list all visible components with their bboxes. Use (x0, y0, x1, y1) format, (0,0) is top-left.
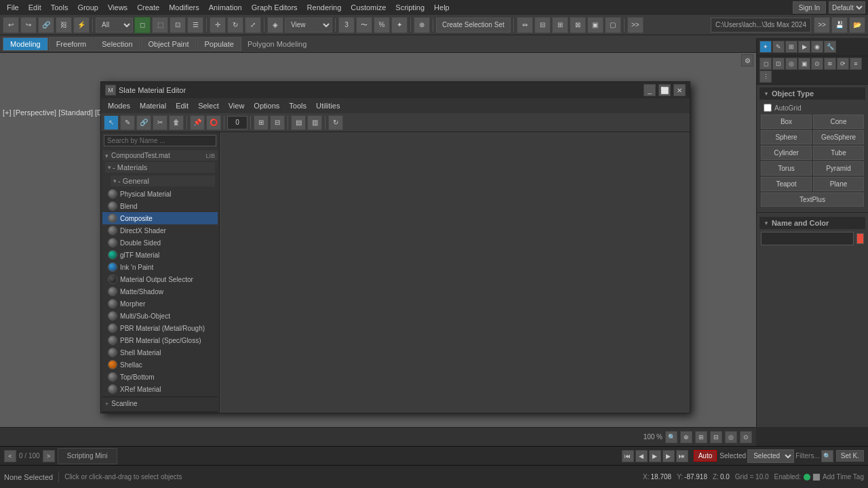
timeline-expand-right[interactable]: > (43, 450, 55, 462)
sme-link-tool[interactable]: 🔗 (136, 115, 151, 130)
add-time-tag[interactable]: Add Time Tag (823, 473, 864, 481)
select-by-name-button[interactable]: ☰ (187, 17, 203, 33)
link-button[interactable]: 🔗 (38, 17, 54, 33)
align-button[interactable]: ⊟ (534, 17, 551, 33)
mat-matte[interactable]: Matte/Shadow (102, 285, 218, 298)
zoom-out-button[interactable]: 🔍 (665, 431, 677, 443)
mat-blend[interactable]: Blend (102, 200, 218, 212)
render-setup-button[interactable]: ▣ (587, 17, 604, 33)
mat-directx[interactable]: DirectX Shader (102, 224, 218, 237)
expand-button[interactable]: >> (627, 17, 644, 33)
percent2-button[interactable]: % (374, 17, 390, 33)
mat-double-sided[interactable]: Double Sided (102, 237, 218, 249)
filters-button[interactable]: Filters... (795, 452, 820, 460)
materials-group[interactable]: - Materials (102, 161, 218, 174)
sme-node-area[interactable]: View1 Map #1 ● output Map #1 · O Ctrl Vi… (220, 132, 220, 413)
rotate-button[interactable]: ↻ (227, 17, 243, 33)
viewport-options-icon[interactable]: ⚙ (741, 54, 753, 66)
obj-btn-geosphere[interactable]: GeoSphere (813, 130, 864, 144)
object-type-header[interactable]: Object Type (760, 87, 865, 100)
rp-icon-hierarchy[interactable]: ⊞ (785, 41, 797, 53)
materials-group-header[interactable]: - Materials (105, 162, 215, 173)
sme-cut-tool[interactable]: ✂ (153, 115, 167, 130)
save-button[interactable]: 💾 (831, 17, 848, 33)
pivot-button[interactable]: ⊕ (414, 17, 430, 33)
sme-delete-tool[interactable]: 🗑 (169, 115, 184, 130)
mat-shell[interactable]: Shell Material (102, 346, 218, 359)
mat-pbr-metal[interactable]: PBR Material (Metal/Rough) (102, 322, 218, 334)
set-k-button[interactable]: Set K. (836, 450, 864, 462)
sme-layout2-tool[interactable]: ▥ (307, 115, 322, 130)
sme-layout-tool[interactable]: ▤ (291, 115, 306, 130)
auto-key-btn[interactable]: Auto (694, 450, 717, 462)
mat-gltf[interactable]: glTF Material (102, 249, 218, 261)
select-region-button[interactable]: ⬚ (152, 17, 168, 33)
mat-topbottom[interactable]: Top/Bottom (102, 371, 218, 383)
sme-menu-select[interactable]: Select (194, 100, 223, 111)
timeline-expand-left[interactable]: < (4, 450, 16, 462)
goto-start-button[interactable]: ⏮ (622, 450, 634, 462)
tab-selection[interactable]: Selection (94, 37, 140, 51)
sme-place-tool[interactable]: 📌 (190, 115, 205, 130)
bind-button[interactable]: ⚡ (73, 17, 90, 33)
mat-morpher[interactable]: Morpher (102, 298, 218, 310)
next-frame-button[interactable]: ▶ (663, 450, 675, 462)
obj-btn-cylinder[interactable]: Cylinder (761, 146, 812, 160)
menu-rendering[interactable]: Rendering (303, 2, 346, 13)
rp-sub-icon-7[interactable]: ⟳ (837, 58, 849, 70)
window-cross-button[interactable]: ⊡ (170, 17, 186, 33)
sign-in-button[interactable]: Sign In (793, 1, 826, 14)
rp-sub-icon-9[interactable]: ⋮ (760, 70, 772, 83)
sme-menu-modes[interactable]: Modes (104, 100, 134, 111)
rp-icon-create[interactable]: ✦ (760, 41, 772, 53)
tab-object-paint[interactable]: Object Paint (141, 37, 197, 51)
scale-button[interactable]: ⤢ (245, 17, 261, 33)
rp-sub-icon-5[interactable]: ⊙ (811, 58, 823, 70)
mat-xref[interactable]: XRef Material (102, 383, 218, 395)
sme-menu-tools[interactable]: Tools (285, 100, 311, 111)
open-button[interactable]: 📂 (849, 17, 865, 33)
menu-modifiers[interactable]: Modifiers (165, 2, 203, 13)
mat-multi[interactable]: Multi/Sub-Object (102, 310, 218, 322)
filter-dropdown[interactable]: All (96, 18, 133, 33)
sme-menu-view[interactable]: View (224, 100, 249, 111)
mat-pbr-spec[interactable]: PBR Material (Spec/Gloss) (102, 334, 218, 346)
array-button[interactable]: ⊞ (552, 17, 568, 33)
scanline-item[interactable]: + Scanline (102, 399, 218, 409)
menu-scripting[interactable]: Scripting (391, 2, 429, 13)
rp-icon-utilities[interactable]: 🔧 (824, 41, 836, 53)
vp-nav-btn-1[interactable]: ⊞ (695, 431, 707, 443)
mat-output-selector[interactable]: Material Output Selector (102, 273, 218, 285)
obj-btn-teapot[interactable]: Teapot (761, 177, 812, 191)
autogrid-input[interactable] (764, 104, 772, 112)
sme-menu-edit[interactable]: Edit (172, 100, 193, 111)
mat-shellac[interactable]: Shellac (102, 359, 218, 371)
mirror-button[interactable]: ⇔ (517, 17, 533, 33)
sme-menu-utilities[interactable]: Utilities (312, 100, 344, 111)
obj-btn-sphere[interactable]: Sphere (761, 130, 812, 144)
sme-nodes-left[interactable]: View1 Map #1 ● output Map #1 · O Ctrl Vi… (220, 132, 220, 413)
mat-ink[interactable]: Ink 'n Paint (102, 261, 218, 273)
num-3-button[interactable]: 3 (338, 17, 355, 33)
sme-paint-tool[interactable]: ✎ (120, 115, 135, 130)
sme-num-field[interactable]: 0 (227, 116, 248, 129)
menu-help[interactable]: Help (430, 2, 454, 13)
vp-nav-btn-4[interactable]: ⊙ (740, 431, 752, 443)
menu-create[interactable]: Create (133, 2, 163, 13)
general-group[interactable]: - General (108, 174, 218, 188)
sme-select-tool[interactable]: ↖ (104, 115, 119, 130)
tab-populate[interactable]: Populate (197, 37, 241, 51)
render-frame-button[interactable]: ▢ (605, 17, 621, 33)
rp-sub-icon-1[interactable]: ◻ (760, 58, 772, 70)
rp-sub-icon-4[interactable]: ▣ (798, 58, 810, 70)
tab-freeform[interactable]: Freeform (49, 37, 94, 51)
sme-grid-tool[interactable]: ⊞ (254, 115, 269, 130)
rp-icon-modify[interactable]: ✎ (772, 41, 785, 53)
rp-icon-motion[interactable]: ▶ (798, 41, 810, 53)
obj-btn-torus[interactable]: Torus (761, 161, 812, 176)
sme-sphere-tool[interactable]: ⭕ (206, 115, 221, 130)
sme-update-tool[interactable]: ↻ (328, 115, 343, 130)
percent-button[interactable]: ◈ (267, 17, 283, 33)
menu-graph-editors[interactable]: Graph Editors (248, 2, 302, 13)
obj-btn-pyramid[interactable]: Pyramid (813, 161, 864, 176)
